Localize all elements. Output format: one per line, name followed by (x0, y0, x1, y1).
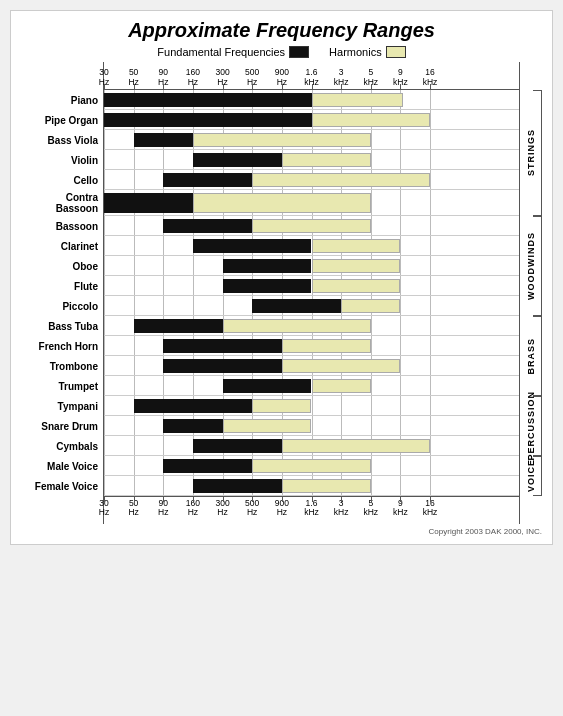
tick-mark (223, 497, 224, 502)
gridline (430, 356, 431, 375)
gridline (193, 276, 194, 295)
gridline (430, 110, 431, 129)
section-label: STRINGS (526, 129, 536, 176)
bar-row (104, 170, 519, 190)
instrument-label: Bass Viola (21, 130, 103, 150)
gridline (104, 476, 105, 495)
instrument-label: Male Voice (21, 456, 103, 476)
legend-harmonics: Harmonics (329, 46, 406, 58)
gridline (223, 296, 224, 315)
gridline (134, 276, 135, 295)
bar-row (104, 316, 519, 336)
harmonics-bar (252, 173, 430, 187)
gridline (104, 336, 105, 355)
instrument-label: Cymbals (21, 436, 103, 456)
gridline (430, 336, 431, 355)
gridline (104, 296, 105, 315)
copyright: Copyright 2003 DAK 2000, INC. (21, 527, 542, 536)
gridline (430, 456, 431, 475)
bar-row (104, 150, 519, 170)
gridline (400, 276, 401, 295)
section-label: VOICE (526, 459, 536, 492)
gridline (371, 476, 372, 495)
gridline (400, 416, 401, 435)
instrument-labels: PianoPipe OrganBass ViolaViolinCelloCont… (21, 62, 103, 524)
gridline (104, 416, 105, 435)
gridline (163, 150, 164, 169)
gridline (430, 396, 431, 415)
gridline (193, 256, 194, 275)
fundamental-bar (193, 239, 312, 253)
gridline (430, 150, 431, 169)
tick-mark (193, 84, 194, 89)
fundamental-bar (134, 133, 193, 147)
gridline (400, 236, 401, 255)
tick-mark (252, 84, 253, 89)
gridline (430, 216, 431, 235)
gridline (341, 416, 342, 435)
gridline (371, 396, 372, 415)
tick-mark (341, 497, 342, 502)
fundamental-bar (223, 279, 312, 293)
tick-mark (400, 84, 401, 89)
harmonics-bar (341, 299, 400, 313)
bar-row (104, 90, 519, 110)
gridline (163, 436, 164, 455)
gridline (430, 190, 431, 215)
gridline (400, 376, 401, 395)
harmonics-bar (312, 279, 401, 293)
gridline (400, 150, 401, 169)
bar-row (104, 296, 519, 316)
instrument-label: Bassoon (21, 216, 103, 236)
fundamental-color-box (289, 46, 309, 58)
instrument-label: Trombone (21, 356, 103, 376)
fundamental-bar (104, 113, 312, 127)
gridline (104, 396, 105, 415)
gridline (104, 316, 105, 335)
page-title: Approximate Frequency Ranges (21, 19, 542, 42)
fundamental-bar (163, 459, 252, 473)
harmonics-bar (252, 219, 371, 233)
bar-row (104, 190, 519, 216)
bar-row (104, 376, 519, 396)
instrument-label: Oboe (21, 256, 103, 276)
chart-layout: PianoPipe OrganBass ViolaViolinCelloCont… (21, 62, 542, 524)
tick-mark (134, 84, 135, 89)
gridline (163, 256, 164, 275)
gridline (104, 236, 105, 255)
section-label: BRASS (526, 338, 536, 375)
instrument-label: Snare Drum (21, 416, 103, 436)
gridline (371, 316, 372, 335)
fundamental-bar (163, 359, 282, 373)
section-block-strings: STRINGS (520, 90, 542, 216)
tick-mark (134, 497, 135, 502)
harmonics-bar (282, 339, 371, 353)
tick-mark (400, 497, 401, 502)
section-block-voice: VOICE (520, 456, 542, 496)
gridline (371, 416, 372, 435)
bars-area: 30 Hz50 Hz90 Hz160 Hz300 Hz500 Hz900 Hz1… (103, 62, 520, 524)
tick-mark (371, 84, 372, 89)
tick-mark (104, 84, 105, 89)
gridline (312, 396, 313, 415)
gridline (134, 416, 135, 435)
harmonics-bar (282, 153, 371, 167)
gridline (134, 356, 135, 375)
harmonics-bar (282, 479, 371, 493)
gridline (134, 376, 135, 395)
gridline (134, 150, 135, 169)
gridline (341, 396, 342, 415)
bar-row (104, 476, 519, 496)
gridline (400, 256, 401, 275)
gridline (193, 296, 194, 315)
gridline (371, 216, 372, 235)
instrument-label: Flute (21, 276, 103, 296)
fundamental-bar (223, 259, 312, 273)
harmonics-bar (193, 133, 371, 147)
gridline (400, 396, 401, 415)
gridline (104, 276, 105, 295)
fundamental-bar (193, 439, 282, 453)
gridline (430, 170, 431, 189)
bar-row (104, 416, 519, 436)
gridline (430, 276, 431, 295)
